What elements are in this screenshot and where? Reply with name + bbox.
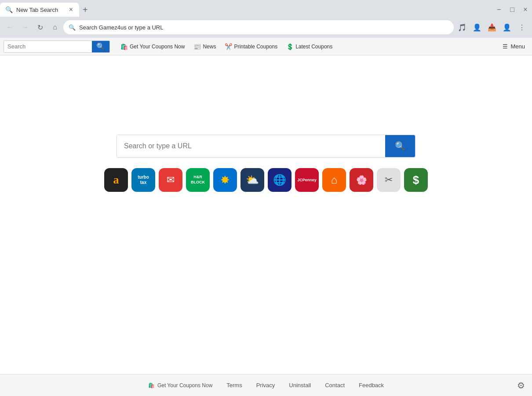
ext-link-printable-coupons[interactable]: ✂️ Printable Coupons: [221, 41, 281, 52]
tab-bar: 🔍 New Tab Search × + − □ ×: [0, 0, 532, 17]
shortcut-jcpenney[interactable]: JCPenney: [295, 168, 319, 192]
homedepot-icon: ⌂: [331, 174, 338, 186]
shortcut-scissors[interactable]: ✂: [377, 168, 401, 192]
printable-coupons-icon: ✂️: [225, 43, 232, 50]
shortcuts-row: a turbotax ✉ H&RBLOCK ✸ ⛅ 🌐: [104, 168, 428, 192]
close-window-button[interactable]: ×: [519, 3, 532, 16]
coupons-icon: 🛍️: [120, 43, 128, 50]
shortcut-turbotax[interactable]: turbotax: [131, 168, 155, 192]
forward-button[interactable]: →: [18, 21, 32, 34]
address-bar[interactable]: 🔍 Search Gamez4us or type a URL: [63, 20, 454, 34]
walmart-icon: ✸: [220, 173, 230, 187]
ext-link-coupons-label: Get Your Coupons Now: [130, 44, 185, 50]
main-search-icon: 🔍: [395, 141, 406, 151]
new-tab-button[interactable]: +: [79, 5, 91, 14]
home-button[interactable]: ⌂: [48, 21, 62, 34]
footer: 🛍️ Get Your Coupons Now Terms Privacy Un…: [0, 374, 532, 396]
tab-title: New Tab Search: [16, 7, 58, 13]
tab-favicon: 🔍: [5, 6, 13, 13]
download-icon-btn[interactable]: 📥: [485, 21, 499, 34]
jcpenney-icon: JCPenney: [297, 178, 317, 182]
more-icon-btn[interactable]: ⋮: [515, 21, 528, 34]
news-globe-icon: 🌐: [273, 174, 286, 186]
ext-link-latest-label: Latest Coupons: [295, 44, 332, 50]
footer-uninstall-link[interactable]: Uninstall: [282, 382, 318, 389]
footer-coupons-icon: 🛍️: [148, 382, 155, 389]
ext-link-news-label: News: [203, 44, 216, 50]
ext-link-printable-label: Printable Coupons: [234, 44, 277, 50]
ext-link-news[interactable]: 📰 News: [190, 41, 219, 52]
news-icon: 📰: [193, 43, 201, 50]
shortcut-hrblock[interactable]: H&RBLOCK: [186, 168, 210, 192]
dollar-icon: $: [413, 173, 419, 187]
footer-terms-link[interactable]: Terms: [219, 382, 249, 389]
main-search-button[interactable]: 🔍: [385, 135, 415, 157]
settings-gear-icon[interactable]: ⚙: [517, 380, 525, 391]
profile-icon-btn[interactable]: 👤: [500, 21, 514, 34]
shortcut-amazon[interactable]: a: [104, 168, 128, 192]
footer-coupons-label: Get Your Coupons Now: [157, 382, 212, 389]
main-search-input[interactable]: [117, 135, 385, 157]
shortcut-homedepot[interactable]: ⌂: [322, 168, 346, 192]
address-bar-row: ← → ↻ ⌂ 🔍 Search Gamez4us or type a URL …: [0, 17, 532, 38]
wallet-icon-btn[interactable]: 👤: [470, 21, 484, 34]
ext-link-latest-coupons[interactable]: 💲 Latest Coupons: [283, 41, 336, 52]
main-area: 🔍 a turbotax ✉ H&RBLOCK ✸: [0, 135, 532, 192]
maximize-button[interactable]: □: [506, 3, 519, 16]
weather-icon: ⛅: [246, 174, 259, 186]
footer-feedback-link[interactable]: Feedback: [352, 382, 391, 389]
address-bar-text: Search Gamez4us or type a URL: [79, 24, 163, 31]
address-bar-search-icon: 🔍: [69, 24, 76, 31]
shortcut-mail[interactable]: ✉: [159, 168, 182, 192]
footer-privacy-link[interactable]: Privacy: [249, 382, 282, 389]
back-button[interactable]: ←: [4, 21, 17, 34]
scissors-icon: ✂: [385, 174, 393, 186]
shortcut-dollar[interactable]: $: [404, 168, 428, 192]
menu-label: Menu: [510, 43, 525, 50]
tab-close-button[interactable]: ×: [68, 5, 74, 14]
ext-search-input[interactable]: [4, 41, 92, 52]
ext-search-button[interactable]: 🔍: [92, 41, 109, 52]
turbotax-icon: turbotax: [138, 175, 149, 185]
latest-coupons-icon: 💲: [286, 43, 294, 50]
ext-link-coupons[interactable]: 🛍️ Get Your Coupons Now: [117, 41, 188, 52]
menu-icon: ☰: [503, 43, 508, 50]
shortcut-walmart[interactable]: ✸: [213, 168, 237, 192]
main-search-box[interactable]: 🔍: [117, 135, 415, 158]
extension-bar: 🔍 🛍️ Get Your Coupons Now 📰 News ✂️ Prin…: [0, 38, 532, 55]
reload-button[interactable]: ↻: [33, 21, 47, 34]
toolbar-icons: 🎵 👤 📥 👤 ⋮: [455, 21, 528, 34]
minimize-button[interactable]: −: [492, 3, 506, 16]
page-content: 🔍 a turbotax ✉ H&RBLOCK ✸: [0, 55, 532, 396]
footer-contact-link[interactable]: Contact: [318, 382, 352, 389]
shortcut-statefarm[interactable]: 🌸: [350, 168, 373, 192]
statefarm-icon: 🌸: [356, 175, 367, 185]
mail-icon: ✉: [167, 174, 175, 186]
shortcut-news[interactable]: 🌐: [268, 168, 292, 192]
shortcut-weather[interactable]: ⛅: [240, 168, 264, 192]
music-icon-btn[interactable]: 🎵: [455, 21, 469, 34]
active-tab[interactable]: 🔍 New Tab Search ×: [0, 3, 79, 17]
amazon-icon: a: [113, 173, 119, 187]
footer-coupons-link[interactable]: 🛍️ Get Your Coupons Now: [141, 382, 219, 389]
menu-button[interactable]: ☰ Menu: [499, 41, 528, 51]
ext-links: 🛍️ Get Your Coupons Now 📰 News ✂️ Printa…: [117, 41, 336, 52]
ext-search-box[interactable]: 🔍: [4, 40, 110, 53]
hrblock-icon: H&RBLOCK: [191, 175, 205, 185]
browser-window: 🔍 New Tab Search × + − □ × ← → ↻ ⌂ 🔍 Sea…: [0, 0, 532, 396]
